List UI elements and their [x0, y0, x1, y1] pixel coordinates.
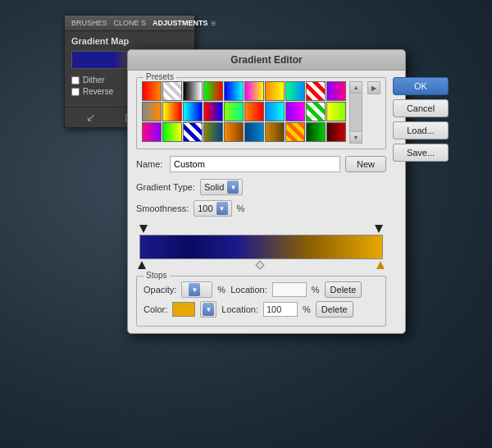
preset-swatch[interactable]: [326, 81, 346, 101]
opacity-stop-right[interactable]: [375, 225, 383, 235]
ok-button[interactable]: OK: [393, 77, 449, 95]
name-input[interactable]: [170, 156, 340, 172]
presets-scroll-up[interactable]: ▲: [350, 82, 362, 94]
dialog-buttons: OK Cancel Load... Save...: [393, 77, 450, 327]
smoothness-arrow-icon: ▼: [216, 202, 228, 215]
preset-swatch[interactable]: [183, 102, 203, 121]
reverse-checkbox[interactable]: [71, 88, 80, 96]
preset-swatch[interactable]: [285, 122, 305, 142]
preset-swatch[interactable]: [306, 102, 326, 121]
location-label1: Location:: [230, 285, 267, 295]
preset-swatch[interactable]: [306, 122, 326, 142]
location-pct2: %: [303, 304, 311, 314]
presets-section: Presets ▲ ▼ ▶: [136, 77, 386, 149]
preset-swatch[interactable]: [265, 122, 285, 142]
gradient-bar-container: [139, 225, 383, 271]
color-row: Color: ▼ Location: % Delete: [144, 301, 379, 318]
opacity-label: Opacity:: [144, 285, 176, 295]
tab-brushes[interactable]: BRUSHES: [68, 17, 111, 29]
midpoint-diamond[interactable]: [255, 260, 264, 269]
stops-section: Stops Opacity: ▼ % Location: % Delete: [136, 276, 386, 327]
preset-swatch[interactable]: [203, 102, 223, 121]
panel-title: Gradient Map: [71, 36, 188, 46]
smoothness-input[interactable]: 100 ▼: [194, 200, 231, 217]
reverse-label: Reverse: [83, 87, 113, 96]
bottom-stops: [139, 259, 383, 271]
name-label: Name:: [136, 159, 165, 169]
preset-swatch[interactable]: [142, 81, 162, 101]
new-button[interactable]: New: [345, 156, 386, 172]
preset-swatch[interactable]: [326, 122, 346, 142]
tab-adjustments[interactable]: ADJUSTMENTS: [149, 17, 212, 29]
location-input2[interactable]: [263, 302, 298, 317]
preset-swatch[interactable]: [142, 102, 162, 121]
presets-label: Presets: [144, 72, 176, 81]
color-label: Color:: [144, 304, 167, 314]
preset-swatch[interactable]: [244, 102, 264, 121]
gradient-type-label: Gradient Type:: [136, 182, 195, 192]
dialog-body: Presets ▲ ▼ ▶ Name:: [128, 71, 405, 333]
load-button[interactable]: Load...: [393, 121, 449, 139]
panel-tabs: BRUSHES CLONE S ADJUSTMENTS ≡: [65, 16, 194, 31]
opacity-pct: %: [217, 285, 226, 295]
cancel-button[interactable]: Cancel: [393, 99, 449, 117]
gradient-type-select[interactable]: Solid ▼: [200, 179, 243, 195]
location-input1[interactable]: [272, 282, 307, 297]
presets-grid: [142, 81, 346, 142]
preset-swatch[interactable]: [183, 122, 203, 142]
dialog-title: Gradient Editor: [230, 54, 302, 66]
preset-swatch[interactable]: [162, 102, 182, 121]
dialog-titlebar: Gradient Editor: [128, 50, 405, 71]
save-button[interactable]: Save...: [393, 144, 449, 162]
color-arrow-icon: ▼: [203, 303, 214, 316]
preset-swatch[interactable]: [162, 122, 182, 142]
opacity-arrow-icon: ▼: [189, 283, 200, 296]
color-swatch[interactable]: [172, 302, 195, 317]
smoothness-row: Smoothness: 100 ▼ %: [136, 200, 386, 217]
location-pct1: %: [312, 285, 320, 295]
color-stop-right[interactable]: [376, 261, 385, 271]
gradient-type-row: Gradient Type: Solid ▼: [136, 179, 386, 195]
preset-swatch[interactable]: [203, 122, 223, 142]
smoothness-label: Smoothness:: [136, 203, 189, 213]
delete-button2[interactable]: Delete: [316, 301, 353, 318]
dither-checkbox[interactable]: [71, 76, 80, 85]
preset-swatch[interactable]: [162, 81, 182, 101]
preset-swatch[interactable]: [224, 122, 244, 142]
dither-label: Dither: [83, 75, 105, 85]
preset-swatch[interactable]: [244, 81, 264, 101]
panel-menu-icon[interactable]: ≡: [212, 19, 216, 28]
opacity-stop-left[interactable]: [139, 225, 148, 235]
preset-swatch[interactable]: [306, 81, 326, 101]
color-stop-left[interactable]: [138, 261, 146, 271]
presets-scroll-down[interactable]: ▼: [350, 131, 362, 143]
presets-expand-icon[interactable]: ▶: [367, 81, 380, 94]
preset-swatch[interactable]: [285, 81, 305, 101]
gradient-editor-dialog: Gradient Editor Presets ▲ ▼ ▶: [127, 49, 406, 334]
opacity-value-box[interactable]: ▼: [181, 281, 212, 298]
stops-section-label: Stops: [144, 271, 170, 280]
preset-swatch[interactable]: [224, 81, 244, 101]
preset-swatch[interactable]: [203, 81, 223, 101]
smoothness-pct: %: [237, 203, 245, 213]
name-row: Name: New: [136, 156, 386, 172]
gradient-bar[interactable]: [139, 235, 383, 259]
gradient-type-arrow-icon: ▼: [227, 181, 239, 194]
opacity-row: Opacity: ▼ % Location: % Delete: [144, 281, 379, 298]
preset-swatch[interactable]: [265, 102, 285, 121]
color-select-arrow[interactable]: ▼: [200, 301, 216, 318]
delete-button1[interactable]: Delete: [325, 281, 362, 298]
preset-swatch[interactable]: [183, 81, 203, 101]
preset-swatch[interactable]: [326, 102, 346, 121]
preset-swatch[interactable]: [265, 81, 285, 101]
top-stops: [139, 225, 383, 235]
dialog-main: Presets ▲ ▼ ▶ Name:: [136, 77, 386, 327]
tab-clone-stamp[interactable]: CLONE S: [111, 17, 150, 29]
preset-swatch[interactable]: [142, 122, 162, 142]
preset-swatch[interactable]: [285, 102, 305, 121]
preset-swatch[interactable]: [224, 102, 244, 121]
gradient-bar-section: [136, 225, 386, 271]
location-label2: Location:: [221, 304, 258, 314]
preset-swatch[interactable]: [244, 122, 264, 142]
tool1-icon[interactable]: ↙: [86, 111, 96, 124]
